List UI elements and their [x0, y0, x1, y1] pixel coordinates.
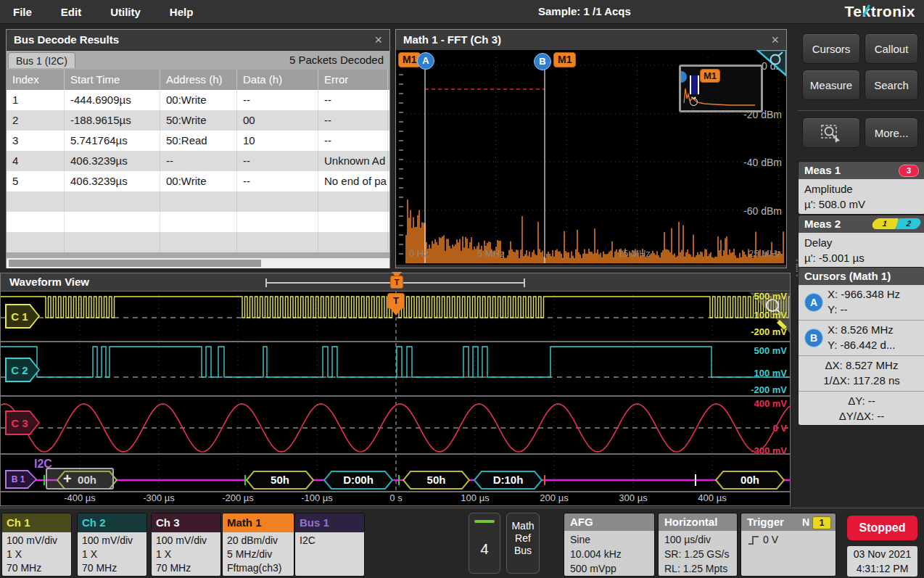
trigger-panel[interactable]: Trigger N 1 0 V — [741, 513, 836, 577]
table-row[interactable]: 5406.3239µs00:Write--No end of pa — [7, 171, 389, 191]
bus-decode-title: Bus Decode Results — [14, 33, 119, 46]
table-cell — [7, 232, 65, 252]
search-button[interactable]: Search — [865, 70, 918, 100]
meas2-body: Delay µ': -5.001 µs — [799, 233, 924, 268]
trigger-slider-marker[interactable]: T — [390, 276, 403, 289]
scale-label-c1: 500 mV — [754, 291, 787, 302]
horizontal-panel[interactable]: Horizontal 100 µs/divSR: 1.25 GS/sRL: 1.… — [658, 513, 738, 577]
zoom-corner-icon[interactable] — [756, 50, 786, 76]
bus-decode-titlebar[interactable]: Bus Decode Results × — [7, 30, 389, 51]
meas2-source1-badge: 1 — [871, 218, 899, 229]
table-cell: 1 — [7, 90, 65, 110]
table-row — [7, 212, 389, 232]
channel-4-label: 4 — [469, 541, 500, 558]
callout-button[interactable]: Callout — [865, 33, 918, 64]
meas2-panel[interactable]: Meas 2 1 2 Delay µ': -5.001 µs — [798, 215, 924, 268]
channel-setting-line: 5 MHz/div — [227, 548, 289, 561]
horizontal-scrollbar[interactable] — [7, 258, 389, 268]
table-cell — [237, 212, 318, 232]
table-row[interactable]: 2-188.9615µs50:Write00-- — [7, 110, 389, 131]
table-cell — [160, 212, 237, 232]
table-row[interactable]: 35.741764µs50:Read10-- — [7, 131, 389, 151]
date: 03 Nov 2021 — [847, 547, 917, 561]
scale-label-c2: 100 mV — [754, 368, 787, 379]
cursor-a-badge[interactable]: A — [417, 52, 434, 70]
meas1-panel[interactable]: Meas 1 3 Amplitude µ': 508.0 mV — [798, 161, 924, 215]
fft-titlebar[interactable]: Math 1 - FFT (Ch 3) × — [396, 30, 786, 51]
table-cell: 406.3239µs — [65, 151, 160, 171]
trigger-position-marker[interactable]: T — [387, 293, 405, 309]
table-row[interactable]: 1-444.6909µs00:Write---- — [7, 90, 389, 110]
fft-x-label: 0 Hz — [409, 248, 429, 259]
delta-y-over-x: ΔY/ΔX: -- — [803, 408, 920, 424]
close-icon[interactable]: × — [771, 30, 779, 50]
slider-left-cap[interactable] — [265, 278, 267, 287]
cursor-a-badge[interactable]: A — [804, 293, 823, 312]
fft-window: Math 1 - FFT (Ch 3) × M1 A B M1 0 dBm-20… — [395, 29, 787, 268]
afg-panel[interactable]: AFG Sine10.004 kHz500 mVpp — [564, 513, 655, 577]
add-zoom-overlay[interactable]: + — [46, 468, 114, 490]
add-channel-4-button[interactable]: 4 — [469, 513, 500, 574]
meas2-header[interactable]: Meas 2 1 2 — [799, 215, 924, 233]
bus-decode-window: Bus Decode Results × Bus 1 (I2C) 5 Packe… — [6, 29, 390, 268]
meas2-value: µ': -5.001 µs — [804, 250, 919, 265]
more-button[interactable]: More... — [865, 117, 918, 148]
horizontal-setting-line: 100 µs/div — [664, 532, 731, 547]
channel-badge-c1[interactable]: C 1 — [5, 304, 40, 329]
waveform-titlebar[interactable]: Waveform View T — [1, 273, 790, 292]
waveform-traces: 00h50hD:00h50hD:10h00h — [1, 291, 790, 505]
close-icon[interactable]: × — [374, 30, 382, 50]
channel-setting-line: Fftmag(ch3) — [227, 561, 289, 575]
cursor-b-badge[interactable]: B — [534, 53, 551, 70]
delta-y: ΔY: -- — [803, 393, 920, 408]
math-ref-bus-button[interactable]: MathRefBus — [506, 513, 540, 574]
meas1-type: Amplitude — [804, 181, 919, 197]
table-cell: 5.741764µs — [65, 131, 160, 151]
table-cell: 00 — [237, 110, 318, 131]
afg-setting-line: 500 mVpp — [570, 561, 648, 576]
table-cell: 2 — [7, 110, 65, 131]
table-row[interactable]: 4406.3239µs----Unknown Ad — [7, 151, 389, 171]
slider-right-cap[interactable] — [524, 278, 525, 287]
menu-utility[interactable]: Utility — [110, 6, 141, 18]
rising-edge-icon — [747, 534, 760, 545]
cursor-a-y: Y: -- — [828, 302, 920, 317]
cursors-button[interactable]: Cursors — [802, 33, 860, 64]
channel-settings-ch1[interactable]: Ch 1100 mV/div1 X70 MHz — [1, 513, 72, 577]
run-stop-status[interactable]: Stopped — [847, 516, 917, 540]
cursors-panel[interactable]: Cursors (Math 1) A X: -966.348 Hz Y: -- … — [798, 267, 924, 426]
meas2-type: Delay — [804, 235, 919, 250]
bus-packet: D:00h — [324, 471, 392, 489]
svg-text:D:00h: D:00h — [343, 474, 374, 486]
table-header: IndexStart TimeAddress (h)Data (h)Error — [7, 70, 389, 90]
math1-badge[interactable]: M1 — [553, 52, 576, 67]
menu-help[interactable]: Help — [170, 6, 194, 18]
waveform-graticule[interactable]: 00h50hD:00h50hD:10h00h T C 1C 2C 3B 1 50… — [1, 291, 790, 505]
cursor-b-badge[interactable]: B — [804, 329, 823, 347]
channel-settings-math1[interactable]: Math 120 dBm/div5 MHz/divFftmag(ch3) — [222, 513, 294, 577]
table-cell: 3 — [7, 131, 65, 151]
table-cell: -- — [237, 171, 318, 191]
channel-badge-b1[interactable]: B 1 — [5, 470, 37, 489]
channel-badge-c3[interactable]: C 3 — [5, 410, 40, 435]
panel-drag-handle[interactable]: ⋮⋮ — [791, 261, 803, 274]
tab-bus1-i2c[interactable]: Bus 1 (I2C) — [8, 52, 75, 68]
table-cell — [7, 212, 65, 232]
scrollbar-thumb[interactable] — [9, 260, 261, 267]
channel-settings-bus1[interactable]: Bus 1I2C — [294, 513, 365, 577]
measure-button[interactable]: Measure — [802, 70, 860, 100]
channel-settings-ch2[interactable]: Ch 2100 mV/div1 X70 MHz — [77, 513, 147, 577]
menu-edit[interactable]: Edit — [61, 6, 81, 18]
fft-overview-thumbnail[interactable]: M1 ⌄ — [679, 65, 763, 112]
afg-setting-line: 10.004 kHz — [570, 547, 648, 561]
menu-file[interactable]: File — [13, 6, 32, 18]
cursors-panel-header[interactable]: Cursors (Math 1) — [799, 268, 924, 285]
channel-settings-ch3[interactable]: Ch 3100 mV/div1 X70 MHz — [151, 513, 221, 577]
fft-plot[interactable]: M1 A B M1 0 dBm-20 dBm-40 dBm-60 dBm 0 H… — [396, 50, 786, 265]
time-axis-label: 100 µs — [461, 492, 489, 503]
channel-badge-c2[interactable]: C 2 — [5, 358, 40, 382]
trigger-mode: N — [802, 513, 809, 531]
zoom-select-button[interactable] — [802, 117, 860, 148]
meas1-header[interactable]: Meas 1 3 — [799, 162, 924, 179]
acquisition-status: Sample: 1 /1 Acqs — [538, 5, 631, 17]
